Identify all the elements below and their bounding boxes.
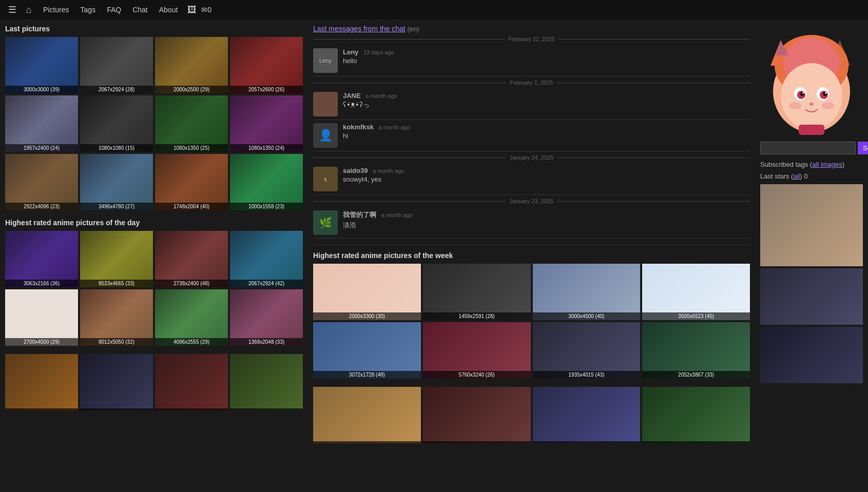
nav-tags[interactable]: Tags: [75, 2, 101, 18]
mascot-area: [760, 25, 863, 137]
daily-pictures-grid: 3063x2166 (36) 8533x4665 (33) 2738x2400 …: [5, 231, 303, 346]
notification-btn[interactable]: ✉ 0: [201, 6, 211, 14]
subscribed-all-link[interactable]: all images: [812, 161, 842, 168]
home-icon[interactable]: ⌂: [22, 3, 36, 17]
table-row[interactable]: 1080x1350 (24): [230, 95, 303, 152]
table-row[interactable]: 3072x1728 (48): [313, 322, 421, 379]
chat-text: hi: [343, 132, 750, 140]
table-row[interactable]: [155, 354, 228, 410]
table-row[interactable]: 2738x2400 (48): [155, 231, 228, 287]
table-row[interactable]: 3063x2166 (36): [5, 231, 78, 287]
table-row[interactable]: 8012x5050 (32): [80, 289, 153, 346]
image-dims: [423, 441, 531, 443]
right-column: Search Subscribed tags (all images) Last…: [755, 19, 868, 457]
daily-pictures-bottom: [5, 354, 303, 410]
image-dims: 5760x3240 (26): [423, 371, 531, 379]
image-dims: [230, 408, 303, 410]
last-stars-suffix: ) 0: [800, 172, 807, 180]
nav-pictures[interactable]: Pictures: [38, 2, 74, 18]
chat-username[interactable]: 我管的了啊: [343, 211, 376, 219]
date-divider: January 24, 2025: [313, 154, 750, 161]
table-row[interactable]: [423, 387, 531, 443]
table-row[interactable]: [80, 354, 153, 410]
search-button[interactable]: Search: [858, 142, 868, 154]
chat-username[interactable]: JANE: [343, 92, 361, 100]
image-dims: [533, 441, 641, 443]
image-dims: 1935x4015 (43): [533, 371, 641, 379]
table-row[interactable]: 1080x1350 (25): [155, 95, 228, 152]
avatar: 👤: [313, 123, 338, 148]
chat-username[interactable]: Leny: [343, 48, 358, 56]
chat-username[interactable]: kokmfksk: [343, 123, 374, 131]
chat-content: 我管的了啊 a month ago 淡浩: [343, 210, 750, 235]
chat-link[interactable]: Last messages from the chat: [313, 25, 406, 33]
table-row[interactable]: 1459x2591 (28): [423, 264, 531, 320]
svg-point-16: [825, 92, 827, 94]
search-input[interactable]: [760, 142, 856, 154]
table-row[interactable]: 2700x4500 (29): [5, 289, 78, 346]
sidebar-thumb[interactable]: [760, 268, 863, 325]
image-dims: [313, 441, 421, 443]
table-row[interactable]: 4096x2555 (29): [155, 289, 228, 346]
table-row[interactable]: 8533x4665 (33): [80, 231, 153, 287]
image-dims: 2067x2924 (42): [230, 280, 303, 287]
chat-time: a month ago: [365, 93, 397, 99]
sidebar-thumb[interactable]: [760, 327, 863, 383]
chat-content: Leny 13 days ago hello: [343, 48, 750, 73]
svg-point-17: [809, 103, 814, 106]
svg-point-8: [781, 63, 842, 130]
table-row[interactable]: 3000x3000 (39): [5, 37, 78, 93]
image-upload-icon[interactable]: 🖼: [185, 3, 199, 17]
subscribed-tags: Subscribed tags (all images): [760, 161, 863, 168]
table-row[interactable]: [5, 354, 78, 410]
table-row[interactable]: 1368x2048 (33): [230, 289, 303, 346]
table-row[interactable]: 2000x2500 (29): [155, 37, 228, 93]
image-dims: 3000x4500 (40): [533, 312, 641, 320]
chat-message: Leny Leny 13 days ago hello: [313, 45, 750, 76]
table-row[interactable]: 5760x3240 (26): [423, 322, 531, 379]
image-dims: 1080x1080 (15): [80, 144, 153, 152]
chat-text: hello: [343, 57, 750, 65]
last-pictures-grid: 3000x3000 (39) 2067x2924 (28) 2000x2500 …: [5, 37, 303, 210]
last-stars: Last stars (all) 0: [760, 172, 863, 180]
table-row[interactable]: 2922x4096 (23): [5, 154, 78, 210]
table-row[interactable]: [642, 387, 750, 443]
table-row[interactable]: 2052x3867 (33): [642, 322, 750, 379]
image-dims: 1368x2048 (33): [230, 338, 303, 346]
chat-time: a month ago: [373, 168, 404, 174]
table-row[interactable]: [230, 354, 303, 410]
menu-icon[interactable]: ☰: [5, 3, 20, 17]
table-row[interactable]: 3496x4780 (27): [80, 154, 153, 210]
last-stars-link[interactable]: all: [793, 172, 800, 180]
table-row[interactable]: 3000x4500 (40): [533, 264, 641, 320]
chat-message: s saido39 a month ago snowyt4, yes: [313, 164, 750, 195]
table-row[interactable]: 2067x2924 (28): [80, 37, 153, 93]
image-dims: 2000x3300 (30): [313, 312, 421, 320]
table-row[interactable]: [313, 387, 421, 443]
table-row[interactable]: [533, 387, 641, 443]
table-row[interactable]: 3500x6523 (45): [642, 264, 750, 320]
table-row[interactable]: 2000x3300 (30): [313, 264, 421, 320]
date-divider: January 23, 2025: [313, 198, 750, 204]
svg-point-15: [802, 92, 804, 94]
chat-username[interactable]: saido39: [343, 167, 368, 174]
mail-icon: ✉: [201, 6, 207, 14]
nav-about[interactable]: About: [154, 2, 183, 18]
table-row[interactable]: 2057x2600 (26): [230, 37, 303, 93]
nav-faq[interactable]: FAQ: [102, 2, 126, 18]
chat-content: saido39 a month ago snowyt4, yes: [343, 167, 750, 191]
table-row[interactable]: 1080x1080 (15): [80, 95, 153, 152]
table-row[interactable]: 1935x4015 (43): [533, 322, 641, 379]
weekly-pictures-grid: 2000x3300 (30) 1459x2591 (28) 3000x4500 …: [313, 264, 750, 379]
table-row[interactable]: 1748x2004 (40): [155, 154, 228, 210]
table-row[interactable]: 1957x2400 (24): [5, 95, 78, 152]
nav-chat[interactable]: Chat: [127, 2, 153, 18]
table-row[interactable]: 1000x1558 (23): [230, 154, 303, 210]
image-dims: 1080x1350 (25): [155, 144, 228, 152]
table-row[interactable]: 2067x2924 (42): [230, 231, 303, 287]
last-stars-label: Last stars (: [760, 172, 793, 180]
chat-time: a month ago: [379, 124, 410, 130]
image-dims: 3063x2166 (36): [5, 280, 78, 287]
sidebar-thumb[interactable]: [760, 184, 863, 266]
image-dims: [5, 408, 78, 410]
